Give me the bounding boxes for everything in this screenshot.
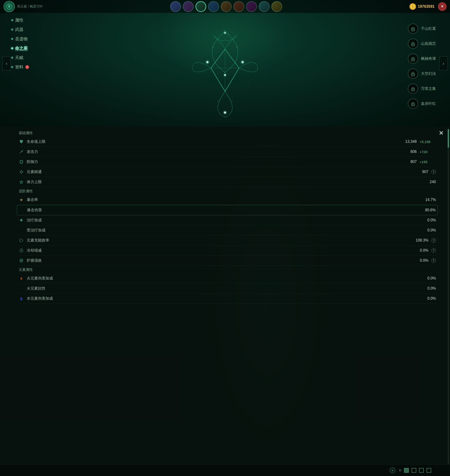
stat-name-energy-recharge: 元素充能效率 — [27, 238, 410, 243]
stat-name-incoming-heal: 受治疗加成 — [27, 228, 417, 233]
stat-name-cooldown: 冷却缩减 — [27, 248, 410, 253]
stat-name-atk: 攻击力 — [27, 149, 398, 154]
char-avatar-7[interactable] — [246, 1, 257, 12]
stat-bonus-hp: +5,198 — [420, 140, 436, 144]
stat-row-def: 防御力 807 +195 — [19, 157, 436, 167]
lock-icon-1 — [408, 24, 418, 34]
energy-recharge-help-button[interactable]: ? — [431, 238, 436, 243]
svg-point-46 — [413, 44, 414, 45]
menu-item-attributes[interactable]: 属性 — [9, 16, 31, 24]
em-help-button[interactable]: ? — [431, 170, 436, 174]
stat-name-crit-dmg: 暴击伤害 — [27, 208, 417, 213]
progress-square-1 — [404, 468, 409, 473]
svg-text:$: $ — [412, 5, 414, 8]
menu-item-profile[interactable]: 资料 ! — [9, 63, 31, 71]
menu-diamond-constellation — [11, 47, 13, 49]
progress-square-2 — [412, 468, 416, 473]
char-avatar-5[interactable] — [221, 1, 231, 12]
profile-badge: ! — [25, 65, 29, 69]
em-icon — [19, 169, 24, 174]
char-avatar-4[interactable] — [208, 1, 219, 12]
nav-breadcrumb: 风元素 / 枫原万叶 — [17, 5, 43, 9]
stat-name-stamina: 体力上限 — [27, 180, 417, 184]
stat-bonus-def: +195 — [420, 160, 436, 164]
constellation-name-2: 山岚残芯 — [421, 41, 436, 46]
stat-value-stamina: 240 — [417, 180, 436, 184]
menu-label-profile: 资料 — [15, 64, 24, 70]
stats-inner: ✕ 基础属性 生命值上限 13,348 +5,198 — [0, 127, 450, 476]
stats-close-button[interactable]: ✕ — [437, 129, 445, 137]
constellation-item-1[interactable]: 千山红遮 — [408, 24, 436, 34]
stat-value-cooldown: 0.0% — [410, 248, 428, 253]
stat-name-def: 防御力 — [27, 160, 398, 164]
char-avatar-6[interactable] — [233, 1, 244, 12]
lock-icon-3 — [408, 54, 418, 64]
constellation-item-4[interactable]: 大空幻法 — [408, 68, 436, 79]
stat-row-incoming-heal: 受治疗加成 0.0% — [19, 225, 436, 235]
stat-name-crit-rate: 暴击率 — [27, 197, 417, 202]
menu-label-attributes: 属性 — [15, 17, 24, 23]
char-avatar-1[interactable] — [170, 1, 181, 12]
heal-icon — [19, 218, 24, 223]
scrollbar-thumb[interactable] — [448, 129, 449, 148]
nav-characters — [47, 1, 405, 12]
menu-item-artifact[interactable]: 圣遗物 — [9, 35, 31, 43]
svg-line-8 — [225, 68, 239, 91]
constellation-item-2[interactable]: 山岚残芯 — [408, 38, 436, 49]
char-avatar-8[interactable] — [259, 1, 270, 12]
stat-value-em: 907 — [410, 170, 428, 174]
level-badge: U — [399, 469, 401, 472]
menu-diamond-talent — [11, 56, 13, 59]
currency-icon: $ — [409, 3, 416, 10]
constellation-item-3[interactable]: 枫袖奇谭 — [408, 54, 436, 64]
menu-label-weapon: 武器 — [15, 27, 24, 32]
menu-diamond-weapon — [11, 28, 13, 31]
pyro-icon — [19, 276, 24, 281]
svg-line-10 — [225, 49, 239, 68]
stat-value-crit-dmg: 80.6% — [417, 208, 436, 212]
stats-panel: ✕ 基础属性 生命值上限 13,348 +5,198 — [0, 127, 450, 476]
svg-point-37 — [237, 47, 237, 47]
constellation-item-5[interactable]: 万世之集 — [408, 83, 436, 94]
menu-label-talent: 天赋 — [15, 55, 24, 60]
constellation-art — [166, 12, 284, 124]
stamina-icon — [19, 179, 24, 184]
stat-name-pyro-dmg: 火元素伤害加成 — [27, 276, 417, 281]
char-avatar-9[interactable] — [271, 1, 282, 12]
shield-help-button[interactable]: ? — [431, 258, 436, 263]
menu-item-talent[interactable]: 天赋 — [9, 54, 31, 61]
crit-rate-icon — [19, 197, 24, 202]
stat-value-heal: 0.0% — [417, 218, 436, 222]
progress-square-3 — [419, 468, 424, 473]
stat-name-hp: 生命值上限 — [27, 139, 398, 144]
svg-text:+: + — [392, 469, 393, 472]
menu-diamond-attributes — [11, 19, 13, 21]
hp-icon — [19, 139, 24, 144]
bottom-icon-left: + — [389, 467, 396, 474]
svg-point-55 — [20, 171, 22, 173]
svg-point-52 — [413, 89, 414, 90]
char-avatar-3[interactable] — [195, 1, 206, 12]
svg-point-59 — [22, 171, 23, 172]
scrollbar-track[interactable] — [448, 129, 449, 474]
stat-value-incoming-heal: 0.0% — [417, 228, 436, 232]
svg-point-38 — [201, 77, 202, 77]
menu-item-weapon[interactable]: 武器 — [9, 26, 31, 33]
char-avatar-2[interactable] — [183, 1, 194, 12]
cooldown-help-button[interactable]: ? — [431, 248, 436, 253]
nav-arrow-right[interactable]: › — [439, 56, 448, 70]
svg-rect-61 — [20, 220, 23, 221]
energy-recharge-icon — [19, 238, 24, 243]
svg-point-56 — [21, 170, 22, 171]
menu-label-constellation: 命之座 — [15, 46, 28, 51]
stat-value-shield: 0.0% — [410, 258, 428, 263]
close-button[interactable]: × — [438, 2, 446, 11]
menu-item-constellation[interactable]: 命之座 — [9, 45, 31, 52]
cooldown-icon — [19, 248, 24, 253]
lock-icon-5 — [408, 83, 418, 94]
constellation-item-6[interactable]: 血赤叶红 — [408, 98, 436, 109]
nav-logo — [4, 1, 15, 12]
stat-value-pyro-dmg: 0.0% — [417, 276, 436, 280]
crit-dmg-icon — [19, 208, 24, 213]
constellation-name-4: 大空幻法 — [421, 71, 436, 76]
